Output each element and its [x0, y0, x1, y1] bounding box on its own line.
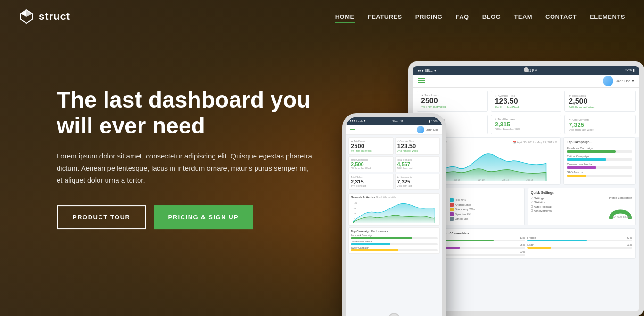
device-mockups: ●●● BELL ▼ 4:21 PM 22% ▮ — [333, 47, 644, 316]
svg-text:123k: 123k — [354, 202, 357, 204]
campaign-twitter: Twitter Campaign — [567, 155, 632, 161]
iphone-carrier: ●●● BELL ▼ — [350, 119, 366, 122]
campaign-conventional: Conventional Media — [567, 163, 632, 169]
iphone-stat-time: ◷ Average Time 123.50 7% From last Week — [395, 137, 440, 155]
logo-icon — [19, 9, 34, 24]
svg-text:53k: 53k — [354, 208, 356, 209]
nav-link-home[interactable]: HOME — [335, 13, 355, 23]
iphone-stat-sales: Total Sales 2,315 34% From last — [348, 174, 394, 190]
hero-buttons: PRODUCT TOUR PRICING & SIGN UP — [57, 205, 316, 229]
iphone-header: John Doe — [346, 125, 442, 135]
visitors-title: 125.7k Views from 60 countries — [420, 232, 632, 235]
navbar: struct HOME FEATURES PRICING FAQ BLOG TE… — [0, 0, 644, 33]
nav-item-pricing[interactable]: PRICING — [415, 12, 443, 21]
ipad-camera — [524, 67, 528, 72]
iphone-stat-collections: Total Collections 2,500 5% From last Wee… — [348, 156, 394, 172]
pricing-signup-button[interactable]: PRICING & SIGN UP — [154, 205, 253, 229]
carrier: ●●● BELL ▼ — [418, 69, 437, 72]
hero-content: The last dashboard you will ever need Lo… — [57, 87, 316, 229]
iphone-area-chart: 123k 53k 23k 3k — [351, 200, 438, 223]
hero-description: Lorem ipsum dolor sit amet, consectetur … — [57, 150, 316, 186]
dashboard-ipad: ●●● BELL ▼ 4:21 PM 22% ▮ — [413, 66, 639, 311]
nav-link-contact[interactable]: CONTACT — [545, 13, 577, 20]
top-campaign-panel: Top Campaign... Facebook Campaign Twitte… — [563, 137, 636, 185]
svg-text:23k: 23k — [354, 213, 356, 215]
dashboard-iphone: ●●● BELL ▼ 4:21 PM ▮ 100% John — [346, 117, 442, 316]
nav-link-pricing[interactable]: PRICING — [415, 13, 443, 20]
nav-link-elements[interactable]: ELEMENTS — [590, 13, 625, 20]
logo-link[interactable]: struct — [19, 9, 70, 24]
svg-text:Jan-08: Jan-08 — [454, 179, 461, 181]
iphone-mockup: ●●● BELL ▼ 4:21 PM ▮ 100% John — [342, 113, 446, 316]
svg-text:$8,000: $8,000 — [623, 216, 632, 218]
hero-title: The last dashboard you will ever need — [57, 87, 316, 139]
nav-menu: HOME FEATURES PRICING FAQ BLOG TEAM CONT… — [335, 12, 625, 21]
svg-text:Jan-10: Jan-10 — [478, 179, 485, 181]
profile-completion-chart: $4,000 $8,000 — [609, 200, 632, 219]
iphone-campaign-fb: Facebook Campaign — [351, 234, 438, 239]
nav-link-blog[interactable]: BLOG — [482, 13, 501, 20]
iphone-campaign-tw: Twitter Campaign — [351, 246, 438, 251]
visitor-row-fr: France27% — [527, 236, 632, 241]
iphone-battery: ▮ 100% — [429, 119, 438, 123]
nav-item-features[interactable]: FEATURES — [368, 12, 402, 21]
iphone-campaign-chart: Top Campaign Performance Facebook Campai… — [348, 227, 440, 254]
nav-link-features[interactable]: FEATURES — [368, 13, 402, 20]
ipad-screen: ●●● BELL ▼ 4:21 PM 22% ▮ — [413, 66, 639, 311]
stat-achievements: ✦ Achievements 7,325 34% from last Week — [564, 115, 636, 134]
logo-text: struct — [39, 10, 70, 23]
svg-text:Jan-14: Jan-14 — [502, 179, 509, 181]
iphone-screen: ●●● BELL ▼ 4:21 PM ▮ 100% John — [346, 117, 442, 316]
iphone-stat-achievements: Achievements 7,325 24% from last — [395, 174, 440, 190]
nav-item-team[interactable]: TEAM — [514, 12, 532, 21]
nav-link-team[interactable]: TEAM — [514, 13, 532, 20]
iphone-time: 4:21 PM — [392, 119, 403, 122]
stat-total-users: ▲ Total Users 2500 4% From last Week — [417, 91, 488, 112]
nav-item-faq[interactable]: FAQ — [455, 12, 469, 21]
iphone-status-bar: ●●● BELL ▼ 4:21 PM ▮ 100% — [346, 117, 442, 125]
nav-item-home[interactable]: HOME — [335, 12, 355, 21]
nav-link-faq[interactable]: FAQ — [455, 13, 469, 20]
svg-text:3k: 3k — [354, 218, 355, 220]
nav-item-contact[interactable]: CONTACT — [545, 12, 577, 21]
visitors-location-panel: 125.7k Views from 60 countries United St… — [417, 228, 636, 259]
nav-item-blog[interactable]: BLOG — [482, 12, 501, 21]
dash-header: John Doe ▼ — [413, 75, 639, 88]
svg-text:Jan-18: Jan-18 — [526, 179, 533, 181]
iphone-stat-females: Total Females 4,567 10% From last — [395, 156, 440, 172]
campaign-seo: SEO Awards — [567, 171, 632, 177]
visitor-row-es: Spain11% — [527, 243, 632, 249]
hero-section: struct HOME FEATURES PRICING FAQ BLOG TE… — [0, 0, 644, 316]
stat-total-sales: ★ Total Sales 2,500 34% From last Week — [564, 91, 636, 112]
quick-settings-panel: Quick Settings ☑ Settings ☑ Statistics ☑… — [528, 188, 636, 225]
stat-avg-time: ◷ Average Time 123.50 7% From last Week — [491, 91, 562, 112]
product-tour-button[interactable]: PRODUCT TOUR — [57, 205, 146, 229]
iphone-campaign-cm: Conventional Media — [351, 240, 438, 245]
nav-item-elements[interactable]: ELEMENTS — [590, 12, 625, 21]
svg-text:$4,000: $4,000 — [613, 216, 622, 218]
iphone-stat-users: ▲ Total Users 2500 4% From last Week — [348, 137, 394, 155]
stat-females: ♀ Total Females 2,315 50% · Females 10% — [491, 115, 562, 134]
iphone-network-chart: Network Activities Graph title sub-title — [348, 193, 440, 226]
campaign-facebook: Facebook Campaign — [567, 147, 632, 153]
battery: 22% ▮ — [625, 68, 635, 72]
